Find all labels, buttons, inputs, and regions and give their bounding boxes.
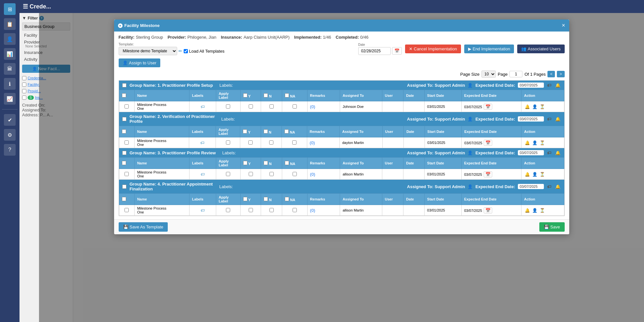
tag-icon-3-1[interactable]: 🏷 (201, 172, 205, 177)
tag-icon-2-1[interactable]: 🏷 (200, 140, 204, 145)
na-1-1[interactable] (293, 104, 297, 109)
hourglass-icon-2-1[interactable]: ⏳ (540, 140, 545, 145)
sidebar-icon-building[interactable]: 🏛 (4, 63, 16, 75)
y-1-1[interactable] (249, 104, 253, 109)
sidebar-icon-charts[interactable]: 📊 (4, 48, 16, 60)
group-3-tag-icon[interactable]: 🏷 (547, 150, 551, 155)
prev-page-button[interactable]: < (547, 71, 555, 77)
cal-btn-4-1[interactable]: 📅 (484, 207, 492, 213)
na-all-1[interactable] (285, 93, 289, 97)
remarks-link-2-1[interactable]: (0) (310, 140, 315, 145)
n-all-4[interactable] (264, 197, 268, 201)
select-all-4[interactable] (122, 197, 126, 201)
next-page-button[interactable]: > (557, 71, 564, 77)
template-select[interactable]: Milestone demo Template (119, 47, 177, 55)
na-all-4[interactable] (285, 197, 289, 201)
n-all-2[interactable] (264, 129, 268, 134)
na-all-2[interactable] (284, 129, 289, 134)
provider-checkbox[interactable] (22, 89, 26, 93)
template-edit-button[interactable]: ✏ (178, 48, 182, 54)
end-implementation-button[interactable]: ▶ End Implementation (464, 45, 514, 53)
date-input[interactable] (358, 47, 391, 55)
n-all-3[interactable] (264, 161, 268, 165)
n-2-1[interactable] (269, 140, 273, 145)
modal-close-button[interactable]: × (562, 22, 565, 29)
group-1-bell-icon[interactable]: 🔔 (555, 83, 560, 88)
group-2-tag-icon[interactable]: 🏷 (547, 117, 551, 122)
y-2-1[interactable] (248, 140, 253, 145)
hourglass-icon-3-1[interactable]: ⏳ (540, 172, 545, 177)
facility-checkbox[interactable] (22, 83, 26, 87)
ins-checkbox[interactable] (22, 96, 26, 100)
row-2-1-checkbox[interactable] (125, 140, 129, 145)
y-all-1[interactable] (243, 93, 247, 97)
cal-btn-2-1[interactable]: 📅 (484, 140, 492, 146)
sidebar-icon-users[interactable]: 👤 (4, 33, 16, 45)
n-1-1[interactable] (269, 104, 274, 109)
select-all-2[interactable] (122, 129, 126, 134)
facility-item-label[interactable]: Facility: (28, 82, 40, 87)
credentialing-checkbox[interactable] (22, 76, 26, 80)
user-icon-1-1[interactable]: 👤 (532, 104, 537, 109)
group-4-bell-icon[interactable]: 🔔 (555, 184, 560, 189)
assign-to-user-button[interactable]: 👤 Assign to User (119, 58, 161, 67)
user-icon-3-1[interactable]: 👤 (532, 172, 537, 177)
n-4-1[interactable] (269, 208, 274, 212)
y-all-3[interactable] (243, 161, 247, 165)
calendar-button[interactable]: 📅 (392, 47, 402, 55)
y-3-1[interactable] (249, 172, 253, 176)
associated-users-button[interactable]: 👥 Associated Users (517, 45, 564, 53)
hourglass-icon-4-1[interactable]: ⏳ (540, 208, 545, 213)
remarks-link-3-1[interactable]: (0) (310, 172, 315, 177)
group-4-expected-date[interactable] (518, 184, 544, 189)
apply-3-1[interactable] (226, 172, 230, 176)
select-all-3[interactable] (122, 161, 126, 165)
tag-icon-1-1[interactable]: 🏷 (201, 104, 205, 109)
group-1-expected-date[interactable] (518, 83, 544, 88)
group-3-bell-icon[interactable]: 🔔 (555, 150, 560, 155)
group-2-select-all[interactable] (122, 117, 126, 121)
page-size-select[interactable]: 10 25 50 (481, 71, 496, 78)
group-2-expected-date[interactable] (518, 116, 544, 122)
cal-btn-1-1[interactable]: 📅 (484, 104, 492, 110)
sidebar-icon-stats[interactable]: 📈 (4, 93, 16, 105)
na-3-1[interactable] (293, 172, 297, 176)
cal-btn-3-1[interactable]: 📅 (484, 171, 492, 177)
row-3-1-checkbox[interactable] (125, 172, 129, 176)
group-1-tag-icon[interactable]: 🏷 (547, 83, 551, 88)
apply-1-1[interactable] (226, 104, 230, 109)
sidebar-icon-help[interactable]: ? (4, 144, 16, 156)
na-2-1[interactable] (292, 140, 296, 145)
group-4-tag-icon[interactable]: 🏷 (547, 184, 551, 189)
bell-icon-1-1[interactable]: 🔔 (525, 104, 530, 109)
bell-icon-3-1[interactable]: 🔔 (525, 172, 530, 177)
load-all-templates-checkbox[interactable] (184, 49, 188, 53)
na-all-3[interactable] (285, 161, 289, 165)
apply-2-1[interactable] (226, 140, 230, 145)
y-all-2[interactable] (243, 129, 247, 134)
hourglass-icon-1-1[interactable]: ⏳ (540, 104, 545, 109)
remarks-link-4-1[interactable]: (0) (310, 208, 315, 213)
remarks-link-1-1[interactable]: (0) (310, 104, 315, 109)
group-2-bell-icon[interactable]: 🔔 (555, 117, 560, 122)
page-input[interactable] (509, 71, 522, 77)
n-3-1[interactable] (269, 172, 274, 176)
group-4-select-all[interactable] (122, 185, 126, 189)
sidebar-icon-check[interactable]: ✔ (4, 114, 16, 126)
bell-icon-4-1[interactable]: 🔔 (525, 208, 530, 213)
sidebar-icon-home[interactable]: ⊞ (4, 3, 16, 15)
row-1-1-checkbox[interactable] (125, 104, 129, 109)
save-as-template-button[interactable]: 💾 Save As Template (119, 222, 168, 232)
tag-icon-4-1[interactable]: 🏷 (201, 208, 205, 213)
cancel-implementation-button[interactable]: ✕ Cancel Implementation (405, 45, 461, 53)
apply-4-1[interactable] (226, 208, 230, 212)
n-all-1[interactable] (264, 93, 268, 97)
user-icon-4-1[interactable]: 👤 (532, 208, 537, 213)
save-button[interactable]: 💾 Save (539, 222, 565, 232)
user-icon-2-1[interactable]: 👤 (532, 140, 537, 145)
y-all-4[interactable] (243, 197, 247, 201)
group-3-expected-date[interactable] (518, 150, 544, 155)
y-4-1[interactable] (249, 208, 253, 212)
sidebar-icon-settings[interactable]: ⚙ (4, 129, 16, 141)
group-3-select-all[interactable] (122, 151, 126, 155)
